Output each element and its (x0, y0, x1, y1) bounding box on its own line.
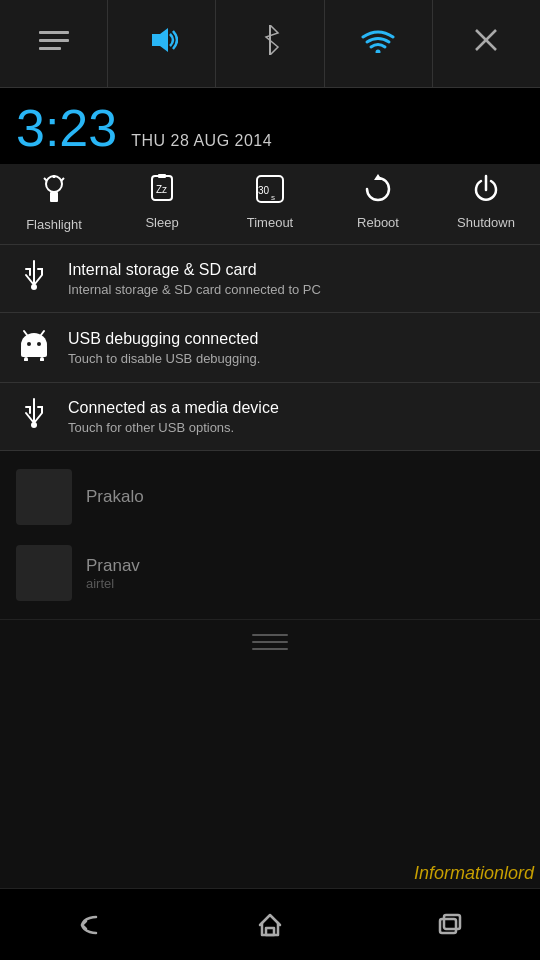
notif-usb-debug-title: USB debugging connected (68, 330, 524, 348)
handle-line-2 (252, 641, 288, 643)
svg-marker-19 (374, 174, 382, 180)
timeout-label: Timeout (247, 215, 293, 230)
contact-avatar-prakalo (16, 469, 72, 525)
menu-button[interactable] (0, 0, 108, 87)
android-icon (16, 327, 52, 368)
top-status-bar (0, 0, 540, 88)
svg-rect-14 (158, 174, 166, 178)
reboot-button[interactable]: Reboot (324, 174, 432, 232)
contact-avatar-pranav (16, 545, 72, 601)
contact-name-pranav: Pranav (86, 556, 140, 576)
svg-point-5 (376, 50, 381, 54)
date-display: THU 28 AUG 2014 (131, 132, 272, 150)
contact-name-prakalo: Prakalo (86, 487, 144, 507)
wifi-icon (361, 27, 395, 60)
svg-rect-33 (444, 915, 460, 929)
home-button[interactable] (240, 901, 300, 949)
svg-rect-0 (39, 31, 69, 34)
time-display: 3:23 (16, 102, 117, 154)
contact-prakalo: Prakalo (0, 459, 540, 535)
flashlight-icon (41, 174, 67, 211)
svg-rect-32 (440, 919, 456, 933)
shutdown-icon (472, 174, 500, 209)
notif-media[interactable]: Connected as a media device Touch for ot… (0, 383, 540, 451)
svg-line-26 (24, 331, 27, 335)
svg-rect-29 (40, 357, 44, 361)
svg-line-11 (44, 178, 47, 181)
notif-storage[interactable]: Internal storage & SD card Internal stor… (0, 245, 540, 313)
notif-usb-debug[interactable]: USB debugging connected Touch to disable… (0, 313, 540, 383)
reboot-label: Reboot (357, 215, 399, 230)
shutdown-label: Shutdown (457, 215, 515, 230)
quick-actions-bar: Flashlight Zz Sleep 30 s Timeout (0, 164, 540, 245)
timeout-icon: 30 s (255, 174, 285, 209)
navigation-bar (0, 888, 540, 960)
contact-sub-pranav: airtel (86, 576, 140, 591)
time-bar: 3:23 THU 28 AUG 2014 (0, 88, 540, 164)
svg-marker-3 (152, 28, 168, 52)
contact-pranav: Pranav airtel (0, 535, 540, 611)
notif-storage-text: Internal storage & SD card Internal stor… (68, 261, 524, 297)
volume-icon (146, 26, 178, 61)
volume-button[interactable] (108, 0, 216, 87)
notif-usb-debug-text: USB debugging connected Touch to disable… (68, 330, 524, 366)
svg-text:s: s (271, 193, 275, 202)
svg-rect-1 (39, 39, 69, 42)
notif-media-title: Connected as a media device (68, 399, 524, 417)
svg-point-25 (37, 342, 41, 346)
flashlight-button[interactable]: Flashlight (0, 174, 108, 232)
usb-icon (16, 259, 52, 298)
watermark: Informationlord (408, 859, 540, 888)
notif-storage-subtitle: Internal storage & SD card connected to … (68, 282, 524, 297)
notif-storage-title: Internal storage & SD card (68, 261, 524, 279)
notif-media-subtitle: Touch for other USB options. (68, 420, 524, 435)
svg-point-21 (31, 284, 37, 290)
wifi-button[interactable] (325, 0, 433, 87)
svg-line-12 (62, 178, 65, 181)
handle-line-3 (252, 648, 288, 650)
handle-lines (252, 634, 288, 650)
bluetooth-button[interactable] (216, 0, 324, 87)
background-content: Prakalo Pranav airtel (0, 451, 540, 619)
timeout-button[interactable]: 30 s Timeout (216, 174, 324, 232)
notif-usb-debug-subtitle: Touch to disable USB debugging. (68, 351, 524, 366)
svg-point-24 (27, 342, 31, 346)
flashlight-label: Flashlight (26, 217, 82, 232)
tools-icon (472, 26, 500, 61)
back-button[interactable] (60, 901, 120, 949)
svg-rect-2 (39, 47, 61, 50)
media-usb-icon (16, 397, 52, 436)
notifications-list: Internal storage & SD card Internal stor… (0, 245, 540, 451)
reboot-icon (363, 174, 393, 209)
svg-text:Zz: Zz (156, 184, 167, 195)
sleep-icon: Zz (148, 174, 176, 209)
svg-text:30: 30 (258, 185, 270, 196)
sleep-label: Sleep (145, 215, 178, 230)
svg-point-8 (46, 176, 62, 192)
svg-rect-23 (21, 345, 47, 357)
handle-bar[interactable] (0, 619, 540, 660)
svg-point-30 (31, 422, 37, 428)
menu-icon (39, 28, 69, 60)
svg-line-27 (41, 331, 44, 335)
svg-rect-9 (50, 192, 58, 202)
recents-button[interactable] (420, 901, 480, 949)
shutdown-button[interactable]: Shutdown (432, 174, 540, 232)
handle-line-1 (252, 634, 288, 636)
sleep-button[interactable]: Zz Sleep (108, 174, 216, 232)
svg-rect-28 (24, 357, 28, 361)
notif-media-text: Connected as a media device Touch for ot… (68, 399, 524, 435)
settings-button[interactable] (433, 0, 540, 87)
svg-rect-31 (266, 928, 274, 935)
bluetooth-icon (260, 25, 280, 62)
